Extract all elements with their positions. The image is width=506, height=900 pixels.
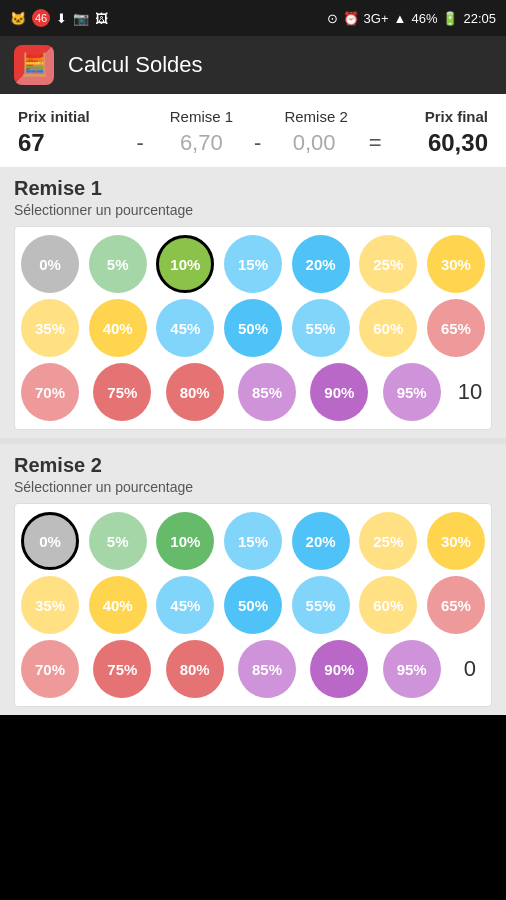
r2-20pct[interactable]: 20% bbox=[292, 512, 350, 570]
r2-60pct[interactable]: 60% bbox=[359, 576, 417, 634]
summary-labels: Prix initial Remise 1 Remise 2 Prix fina… bbox=[18, 108, 488, 125]
r2-45pct[interactable]: 45% bbox=[156, 576, 214, 634]
cat-icon: 🐱 bbox=[10, 11, 26, 26]
r2-30pct[interactable]: 30% bbox=[427, 512, 485, 570]
r1-35pct[interactable]: 35% bbox=[21, 299, 79, 357]
remise2-label: Remise 2 bbox=[259, 108, 374, 125]
remise1-title: Remise 1 bbox=[14, 177, 492, 200]
r1-60pct[interactable]: 60% bbox=[359, 299, 417, 357]
r1-75pct[interactable]: 75% bbox=[93, 363, 151, 421]
status-bar: 🐱 46 ⬇ 📷 🖼 ⊙ ⏰ 3G+ ▲ 46% 🔋 22:05 bbox=[0, 0, 506, 36]
r2-85pct[interactable]: 85% bbox=[238, 640, 296, 698]
r2-40pct[interactable]: 40% bbox=[89, 576, 147, 634]
prix-final-label: Prix final bbox=[373, 108, 488, 125]
shield-icon: ⊙ bbox=[327, 11, 338, 26]
r1-0pct[interactable]: 0% bbox=[21, 235, 79, 293]
remise1-row2: 35% 40% 45% 50% 55% 60% 65% bbox=[21, 299, 485, 357]
remise1-grid: 0% 5% 10% 15% 20% 25% 30% 35% 40% 45% 50… bbox=[14, 226, 492, 430]
r2-custom-val: 0 bbox=[455, 656, 485, 682]
summary-values: 67 - 6,70 - 0,00 = 60,30 bbox=[18, 129, 488, 157]
prix-final-value: 60,30 bbox=[394, 129, 488, 157]
r1-40pct[interactable]: 40% bbox=[89, 299, 147, 357]
remise1-row3: 70% 75% 80% 85% 90% 95% 10 bbox=[21, 363, 485, 421]
r2-15pct[interactable]: 15% bbox=[224, 512, 282, 570]
remise1-subtitle: Sélectionner un pourcentage bbox=[14, 202, 492, 218]
dash2: - bbox=[244, 130, 272, 156]
signal-icon: ▲ bbox=[394, 11, 407, 26]
remise1-section: Remise 1 Sélectionner un pourcentage 0% … bbox=[0, 167, 506, 438]
remise2-row3: 70% 75% 80% 85% 90% 95% 0 bbox=[21, 640, 485, 698]
r2-25pct[interactable]: 25% bbox=[359, 512, 417, 570]
r2-0pct[interactable]: 0% bbox=[21, 512, 79, 570]
remise2-title: Remise 2 bbox=[14, 454, 492, 477]
prix-initial-label: Prix initial bbox=[18, 108, 144, 125]
network-type: 3G+ bbox=[364, 11, 389, 26]
r1-65pct[interactable]: 65% bbox=[427, 299, 485, 357]
summary-section: Prix initial Remise 1 Remise 2 Prix fina… bbox=[0, 94, 506, 167]
r2-55pct[interactable]: 55% bbox=[292, 576, 350, 634]
remise1-value: 6,70 bbox=[159, 130, 244, 156]
r2-95pct[interactable]: 95% bbox=[383, 640, 441, 698]
battery-percent: 46% bbox=[411, 11, 437, 26]
r1-45pct[interactable]: 45% bbox=[156, 299, 214, 357]
remise2-row2: 35% 40% 45% 50% 55% 60% 65% bbox=[21, 576, 485, 634]
remise2-section: Remise 2 Sélectionner un pourcentage 0% … bbox=[0, 444, 506, 715]
status-left-icons: 🐱 46 ⬇ 📷 🖼 bbox=[10, 9, 108, 27]
r1-55pct[interactable]: 55% bbox=[292, 299, 350, 357]
r1-85pct[interactable]: 85% bbox=[238, 363, 296, 421]
r1-50pct[interactable]: 50% bbox=[224, 299, 282, 357]
r1-10pct[interactable]: 10% bbox=[156, 235, 214, 293]
r1-95pct[interactable]: 95% bbox=[383, 363, 441, 421]
r1-5pct[interactable]: 5% bbox=[89, 235, 147, 293]
equals-sign: = bbox=[356, 130, 394, 156]
image-icon: 🖼 bbox=[95, 11, 108, 26]
r1-15pct[interactable]: 15% bbox=[224, 235, 282, 293]
clock-icon: ⏰ bbox=[343, 11, 359, 26]
main-content: Remise 1 Sélectionner un pourcentage 0% … bbox=[0, 167, 506, 715]
download-icon: ⬇ bbox=[56, 11, 67, 26]
r1-80pct[interactable]: 80% bbox=[166, 363, 224, 421]
r2-5pct[interactable]: 5% bbox=[89, 512, 147, 570]
remise2-subtitle: Sélectionner un pourcentage bbox=[14, 479, 492, 495]
r2-10pct[interactable]: 10% bbox=[156, 512, 214, 570]
status-right-icons: ⊙ ⏰ 3G+ ▲ 46% 🔋 22:05 bbox=[327, 11, 496, 26]
r1-90pct[interactable]: 90% bbox=[310, 363, 368, 421]
remise2-row1: 0% 5% 10% 15% 20% 25% 30% bbox=[21, 512, 485, 570]
remise2-value: 0,00 bbox=[272, 130, 357, 156]
remise2-grid: 0% 5% 10% 15% 20% 25% 30% 35% 40% 45% 50… bbox=[14, 503, 492, 707]
battery-icon: 🔋 bbox=[442, 11, 458, 26]
remise1-row1: 0% 5% 10% 15% 20% 25% 30% bbox=[21, 235, 485, 293]
r2-75pct[interactable]: 75% bbox=[93, 640, 151, 698]
r1-70pct[interactable]: 70% bbox=[21, 363, 79, 421]
remise1-label: Remise 1 bbox=[144, 108, 259, 125]
r2-65pct[interactable]: 65% bbox=[427, 576, 485, 634]
r2-90pct[interactable]: 90% bbox=[310, 640, 368, 698]
r1-custom-val: 10 bbox=[455, 379, 485, 405]
r2-70pct[interactable]: 70% bbox=[21, 640, 79, 698]
notification-badge: 46 bbox=[32, 9, 50, 27]
r2-50pct[interactable]: 50% bbox=[224, 576, 282, 634]
r1-30pct[interactable]: 30% bbox=[427, 235, 485, 293]
time: 22:05 bbox=[463, 11, 496, 26]
title-bar: Calcul Soldes bbox=[0, 36, 506, 94]
app-icon bbox=[14, 45, 54, 85]
r2-35pct[interactable]: 35% bbox=[21, 576, 79, 634]
r1-25pct[interactable]: 25% bbox=[359, 235, 417, 293]
camera-icon: 📷 bbox=[73, 11, 89, 26]
dash1: - bbox=[121, 130, 159, 156]
r2-80pct[interactable]: 80% bbox=[166, 640, 224, 698]
prix-initial-value: 67 bbox=[18, 129, 121, 157]
app-title: Calcul Soldes bbox=[68, 52, 203, 78]
r1-20pct[interactable]: 20% bbox=[292, 235, 350, 293]
